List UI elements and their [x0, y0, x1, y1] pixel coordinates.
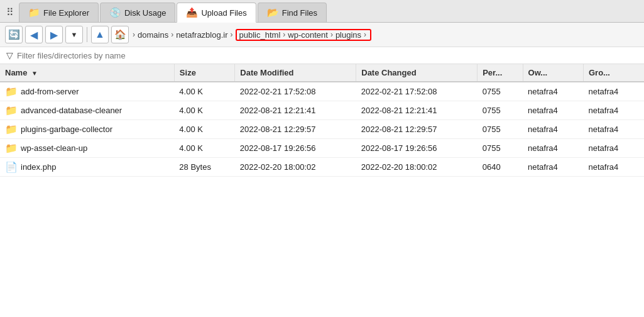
folder-icon: 📁 [5, 104, 18, 116]
breadcrumb-netafrazblog[interactable]: netafrazblog.ir [176, 30, 227, 40]
tab-file-explorer-label: File Explorer [43, 8, 89, 18]
cell-group: netafra4 [584, 101, 645, 120]
cell-date-changed: 2022-02-20 18:00:02 [356, 158, 478, 177]
toolbar-separator [87, 27, 87, 42]
cell-permissions: 0755 [478, 120, 523, 139]
tab-bar: ⠿ 📁 File Explorer 💿 Disk Usage 📤 Upload … [0, 0, 644, 23]
refresh-button[interactable]: 🔄 [5, 26, 23, 43]
col-header-permissions[interactable]: Per... [478, 64, 523, 82]
cell-group: netafra4 [584, 158, 645, 177]
file-table: Name ▼ Size Date Modified Date Changed P… [0, 64, 644, 177]
cell-date-modified: 2022-08-17 19:26:56 [235, 139, 356, 158]
back-button[interactable]: ◀ [25, 26, 43, 43]
filter-icon: ▽ [6, 50, 13, 60]
up-button[interactable]: ▲ [91, 26, 109, 43]
back-icon: ◀ [30, 29, 38, 41]
folder-icon: 📁 [5, 142, 18, 154]
col-header-date-changed[interactable]: Date Changed [356, 64, 478, 82]
folder-icon: 📁 [5, 86, 18, 97]
breadcrumb-wp-content[interactable]: wp-content [288, 30, 328, 40]
cell-size: 4.00 K [174, 120, 234, 139]
cell-date-modified: 2022-02-21 17:52:08 [235, 82, 356, 101]
cell-size: 4.00 K [174, 101, 234, 120]
refresh-icon: 🔄 [8, 29, 20, 40]
breadcrumb-separator-0: › [133, 30, 135, 39]
cell-name: 📁 plugins-garbage-collector [0, 120, 174, 139]
table-row[interactable]: 📄 index.php 28 Bytes 2022-02-20 18:00:02… [0, 158, 644, 177]
cell-owner: netafra4 [523, 139, 583, 158]
cell-group: netafra4 [584, 82, 645, 101]
file-table-body: 📁 add-from-server 4.00 K 2022-02-21 17:5… [0, 82, 644, 177]
filter-bar: ▽ [0, 47, 644, 64]
breadcrumb-separator-1: › [171, 30, 173, 39]
col-header-group[interactable]: Gro... [584, 64, 645, 82]
tab-find-files[interactable]: 📂 Find Files [258, 3, 327, 22]
cell-name: 📁 wp-asset-clean-up [0, 139, 174, 158]
forward-icon: ▶ [50, 29, 58, 41]
dropdown-button[interactable]: ▼ [65, 26, 83, 43]
find-files-icon: 📂 [267, 7, 279, 18]
col-header-date-modified[interactable]: Date Modified [235, 64, 356, 82]
breadcrumb-highlight-group: public_html › wp-content › plugins › [236, 29, 372, 41]
cell-size: 28 Bytes [174, 158, 234, 177]
col-header-size[interactable]: Size [174, 64, 234, 82]
chevron-down-icon: ▼ [71, 31, 78, 38]
tab-disk-usage-label: Disk Usage [124, 8, 166, 18]
home-button[interactable]: 🏠 [111, 26, 129, 43]
cell-permissions: 0640 [478, 158, 523, 177]
cell-permissions: 0755 [478, 101, 523, 120]
cell-size: 4.00 K [174, 139, 234, 158]
breadcrumb-plugins[interactable]: plugins [336, 30, 361, 40]
toolbar: 🔄 ◀ ▶ ▼ ▲ 🏠 › domains › netafrazblog.ir … [0, 23, 644, 47]
forward-button[interactable]: ▶ [45, 26, 63, 43]
cell-owner: netafra4 [523, 120, 583, 139]
home-icon: 🏠 [114, 29, 126, 40]
tab-upload-files[interactable]: 📤 Upload Files [177, 3, 256, 23]
file-name: index.php [21, 162, 56, 172]
cell-name: 📄 index.php [0, 158, 174, 177]
tab-find-files-label: Find Files [282, 8, 317, 18]
folder-icon: 📁 [5, 123, 18, 135]
tab-upload-files-label: Upload Files [201, 8, 246, 18]
tab-disk-usage[interactable]: 💿 Disk Usage [100, 3, 175, 22]
col-header-name[interactable]: Name ▼ [0, 64, 174, 82]
cell-owner: netafra4 [523, 101, 583, 120]
cell-permissions: 0755 [478, 82, 523, 101]
breadcrumb-domains[interactable]: domains [138, 30, 168, 40]
cell-group: netafra4 [584, 120, 645, 139]
cell-date-modified: 2022-08-21 12:21:41 [235, 101, 356, 120]
disk-usage-icon: 💿 [109, 7, 121, 18]
file-explorer-icon: 📁 [28, 7, 40, 18]
file-name: add-from-server [21, 87, 79, 96]
table-row[interactable]: 📁 advanced-database-cleaner 4.00 K 2022-… [0, 101, 644, 120]
cell-date-changed: 2022-08-17 19:26:56 [356, 139, 478, 158]
upload-files-icon: 📤 [186, 7, 198, 18]
file-name: plugins-garbage-collector [21, 125, 112, 134]
table-row[interactable]: 📁 add-from-server 4.00 K 2022-02-21 17:5… [0, 82, 644, 101]
cell-owner: netafra4 [523, 82, 583, 101]
cell-date-changed: 2022-02-21 17:52:08 [356, 82, 478, 101]
cell-date-changed: 2022-08-21 12:29:57 [356, 120, 478, 139]
breadcrumb-public-html[interactable]: public_html [239, 30, 281, 40]
cell-owner: netafra4 [523, 158, 583, 177]
drag-handle[interactable]: ⠿ [3, 3, 18, 22]
filter-input[interactable] [17, 51, 205, 60]
breadcrumb-separator-4: › [330, 30, 333, 39]
tab-file-explorer[interactable]: 📁 File Explorer [19, 3, 99, 22]
cell-date-modified: 2022-08-21 12:29:57 [235, 120, 356, 139]
cell-name: 📁 add-from-server [0, 82, 174, 101]
breadcrumb-separator-2: › [231, 30, 233, 39]
cell-group: netafra4 [584, 139, 645, 158]
breadcrumb-separator-5: › [364, 30, 366, 39]
sort-arrow-name: ▼ [31, 70, 38, 77]
file-name: advanced-database-cleaner [21, 106, 122, 115]
table-row[interactable]: 📁 plugins-garbage-collector 4.00 K 2022-… [0, 120, 644, 139]
cell-date-modified: 2022-02-20 18:00:02 [235, 158, 356, 177]
cell-permissions: 0755 [478, 139, 523, 158]
file-icon: 📄 [5, 161, 18, 173]
breadcrumb-separator-3: › [283, 30, 285, 39]
table-row[interactable]: 📁 wp-asset-clean-up 4.00 K 2022-08-17 19… [0, 139, 644, 158]
breadcrumb: › domains › netafrazblog.ir › public_htm… [131, 29, 639, 41]
col-header-owner[interactable]: Ow... [523, 64, 583, 82]
cell-size: 4.00 K [174, 82, 234, 101]
